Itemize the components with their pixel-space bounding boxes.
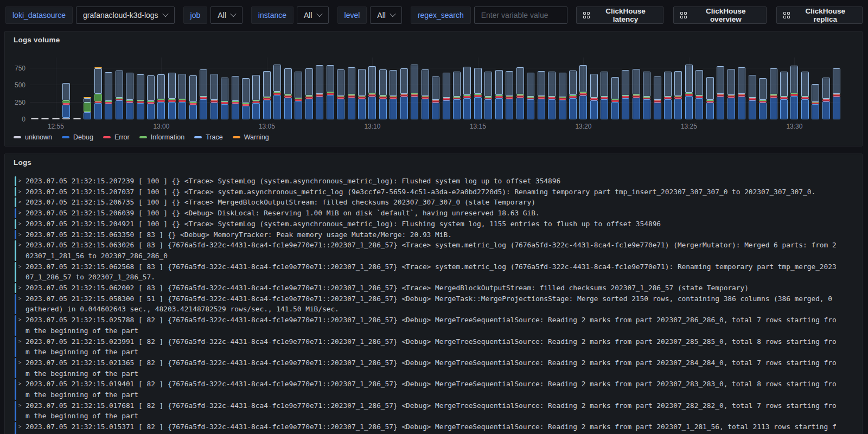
bar-segment-trace[interactable] <box>62 83 70 100</box>
bar-segment-error[interactable] <box>569 96 577 98</box>
bar-segment-trace[interactable] <box>516 67 524 94</box>
bar-segment-trace[interactable] <box>738 67 745 94</box>
bar-segment-debug[interactable] <box>495 98 503 119</box>
bar-segment-debug[interactable] <box>316 97 323 119</box>
bar-segment-trace[interactable] <box>400 68 408 94</box>
bar-segment-error[interactable] <box>168 100 176 102</box>
bar-segment-trace[interactable] <box>453 72 461 97</box>
bar-segment-debug[interactable] <box>168 102 176 120</box>
log-row[interactable]: >2023.07.05 21:32:15.206039 [ 100 ] {} <… <box>15 208 838 219</box>
bar-segment-error[interactable] <box>358 97 366 99</box>
bar-segment-error[interactable] <box>210 100 218 103</box>
bar-segment-debug[interactable] <box>516 98 524 119</box>
log-row[interactable]: >2023.07.05 21:32:15.015371 [ 82 ] {7676… <box>15 422 838 434</box>
bar-segment-debug[interactable] <box>622 98 629 119</box>
bar-segment-trace[interactable] <box>833 68 840 94</box>
bar-segment-debug[interactable] <box>189 105 197 119</box>
bar-segment-error[interactable] <box>759 101 767 103</box>
bar-segment-error[interactable] <box>579 93 587 95</box>
bar-segment-error[interactable] <box>348 95 355 98</box>
bar-segment-trace[interactable] <box>337 69 344 96</box>
bar-segment-debug[interactable] <box>210 103 218 120</box>
bar-segment-trace[interactable] <box>601 72 608 97</box>
bar-segment-trace[interactable] <box>295 72 302 98</box>
bar-segment-trace[interactable] <box>579 65 587 92</box>
bar-segment-unknown[interactable] <box>52 118 60 119</box>
bar-segment-trace[interactable] <box>759 78 767 100</box>
bar-segment-error[interactable] <box>411 94 418 97</box>
bar-segment-error[interactable] <box>295 99 302 101</box>
bar-segment-unknown[interactable] <box>41 118 49 119</box>
bar-segment-debug[interactable] <box>548 99 556 119</box>
bar-segment-trace[interactable] <box>822 78 830 99</box>
bar-segment-information[interactable] <box>94 94 102 101</box>
bar-segment-error[interactable] <box>516 95 524 98</box>
bar-segment-debug[interactable] <box>463 98 471 119</box>
bar-segment-debug[interactable] <box>506 99 513 119</box>
bar-segment-trace[interactable] <box>327 65 334 92</box>
bar-segment-trace[interactable] <box>316 65 323 93</box>
bar-segment-error[interactable] <box>780 97 788 99</box>
bar-segment-trace[interactable] <box>474 68 482 94</box>
bar-segment-error[interactable] <box>316 94 323 97</box>
bar-segment-information[interactable] <box>495 95 503 96</box>
bar-segment-error[interactable] <box>749 98 756 100</box>
bar-segment-error[interactable] <box>189 103 197 105</box>
bar-segment-debug[interactable] <box>263 100 271 119</box>
bar-segment-error[interactable] <box>611 100 619 102</box>
bar-segment-error[interactable] <box>432 100 439 103</box>
bar-segment-debug[interactable] <box>643 99 650 119</box>
bar-segment-debug[interactable] <box>368 97 376 119</box>
bar-segment-unknown[interactable] <box>31 118 39 119</box>
bar-segment-debug[interactable] <box>252 103 260 119</box>
expand-log-icon[interactable]: > <box>16 315 25 336</box>
variable-select-job[interactable]: All <box>210 7 242 24</box>
bar-segment-debug[interactable] <box>822 101 830 119</box>
bar-segment-debug[interactable] <box>273 95 281 119</box>
bar-segment-debug[interactable] <box>780 99 788 119</box>
bar-segment-trace[interactable] <box>221 78 228 102</box>
bar-segment-trace[interactable] <box>590 74 598 97</box>
panel-title-logs-volume[interactable]: Logs volume <box>5 31 862 44</box>
bar-segment-trace[interactable] <box>463 67 471 95</box>
log-row[interactable]: >2023.07.05 21:32:15.058300 [ 51 ] {7676… <box>15 293 838 315</box>
bar-segment-debug[interactable] <box>116 100 123 119</box>
bar-segment-error[interactable] <box>633 95 640 98</box>
bar-segment-error[interactable] <box>695 96 703 98</box>
bar-segment-trace[interactable] <box>348 67 355 94</box>
log-row[interactable]: >2023.07.05 21:32:15.062002 [ 83 ] {7676… <box>15 283 838 293</box>
expand-log-icon[interactable]: > <box>16 197 25 208</box>
bar-segment-error[interactable] <box>738 94 745 97</box>
bar-segment-error[interactable] <box>327 93 334 95</box>
bar-segment-error[interactable] <box>221 102 228 104</box>
bar-segment-information[interactable] <box>569 95 577 96</box>
panel-title-logs[interactable]: Logs <box>5 154 862 167</box>
bar-segment-error[interactable] <box>137 101 144 103</box>
bar-segment-trace[interactable] <box>495 70 503 95</box>
bar-segment-trace[interactable] <box>633 69 640 94</box>
bar-segment-error[interactable] <box>643 98 650 100</box>
bar-segment-trace[interactable] <box>263 71 271 97</box>
bar-segment-debug[interactable] <box>664 99 672 119</box>
bar-segment-error[interactable] <box>812 103 819 104</box>
bar-segment-trace[interactable] <box>695 70 703 95</box>
log-row[interactable]: >2023.07.05 21:32:15.207239 [ 100 ] {} <… <box>15 176 838 187</box>
bar-segment-debug[interactable] <box>569 98 577 119</box>
variable-select-level[interactable]: All <box>370 7 402 24</box>
bar-segment-debug[interactable] <box>674 99 682 119</box>
expand-log-icon[interactable]: > <box>16 219 25 229</box>
bar-segment-error[interactable] <box>105 102 112 104</box>
bar-segment-debug[interactable] <box>295 101 302 119</box>
bar-segment-error[interactable] <box>822 99 830 101</box>
bar-segment-trace[interactable] <box>368 66 376 93</box>
bar-segment-error[interactable] <box>685 94 693 96</box>
variable-select-instance[interactable]: All <box>297 7 329 24</box>
bar-segment-trace[interactable] <box>432 76 439 99</box>
bar-segment-error[interactable] <box>601 97 608 99</box>
bar-segment-error[interactable] <box>443 98 450 100</box>
bar-segment-trace[interactable] <box>105 72 112 101</box>
bar-segment-trace[interactable] <box>643 72 650 97</box>
bar-segment-debug[interactable] <box>633 98 640 119</box>
bar-segment-debug[interactable] <box>422 99 429 119</box>
bar-segment-debug[interactable] <box>727 98 735 119</box>
